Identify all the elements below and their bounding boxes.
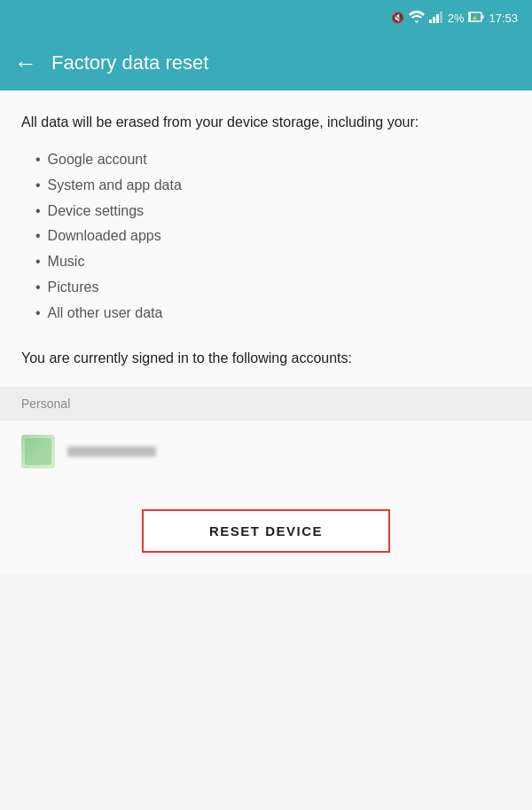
battery-percentage: 2% xyxy=(448,12,465,25)
list-item: • Pictures xyxy=(35,275,511,301)
back-button[interactable]: ← xyxy=(14,51,37,75)
bullet-dot: • xyxy=(35,173,41,199)
account-name-blurred xyxy=(67,446,156,457)
bullet-dot: • xyxy=(35,275,41,301)
svg-rect-6 xyxy=(482,15,484,19)
status-bar: 🔇 2% ⚡ 17:53 xyxy=(0,0,532,35)
svg-rect-1 xyxy=(433,17,435,23)
list-item-label: Pictures xyxy=(48,275,99,301)
list-item: • Device settings xyxy=(35,199,511,224)
warning-text: All data will be erased from your device… xyxy=(21,112,511,133)
bullet-dot: • xyxy=(35,147,41,173)
svg-text:⚡: ⚡ xyxy=(471,13,479,21)
signed-in-text: You are currently signed in to the follo… xyxy=(21,348,511,387)
list-item-label: Device settings xyxy=(48,199,145,224)
list-item: • Google account xyxy=(35,147,511,173)
list-item: • Downloaded apps xyxy=(35,224,511,249)
list-item-label: Google account xyxy=(48,147,147,173)
bullet-dot: • xyxy=(35,301,41,326)
bullet-dot: • xyxy=(35,199,41,224)
list-item-label: Music xyxy=(48,249,85,275)
list-item-label: System and app data xyxy=(48,173,182,199)
page-title: Factory data reset xyxy=(51,51,208,75)
status-icons: 🔇 2% ⚡ 17:53 xyxy=(391,11,518,26)
list-item: • Music xyxy=(35,249,511,275)
list-item-label: All other user data xyxy=(48,301,163,326)
personal-section-header: Personal xyxy=(0,387,532,421)
bullet-list: • Google account • System and app data •… xyxy=(35,147,511,326)
toolbar: ← Factory data reset xyxy=(0,35,532,90)
bullet-dot: • xyxy=(35,249,41,275)
signal-icon xyxy=(429,11,443,26)
svg-rect-2 xyxy=(436,14,439,23)
account-info xyxy=(67,446,156,457)
list-item: • System and app data xyxy=(35,173,511,199)
svg-rect-3 xyxy=(440,12,442,23)
avatar xyxy=(21,435,55,468)
svg-rect-0 xyxy=(429,20,432,23)
battery-icon: ⚡ xyxy=(468,12,484,25)
account-row xyxy=(0,421,532,483)
list-item: • All other user data xyxy=(35,301,511,326)
time-display: 17:53 xyxy=(489,12,518,25)
reset-device-button[interactable]: RESET DEVICE xyxy=(142,509,390,553)
bullet-dot: • xyxy=(35,224,41,249)
main-content: All data will be erased from your device… xyxy=(0,90,532,387)
list-item-label: Downloaded apps xyxy=(48,224,161,249)
button-area: RESET DEVICE xyxy=(0,483,532,574)
mute-icon: 🔇 xyxy=(391,12,404,24)
wifi-icon xyxy=(409,11,425,26)
personal-label: Personal xyxy=(21,397,70,411)
